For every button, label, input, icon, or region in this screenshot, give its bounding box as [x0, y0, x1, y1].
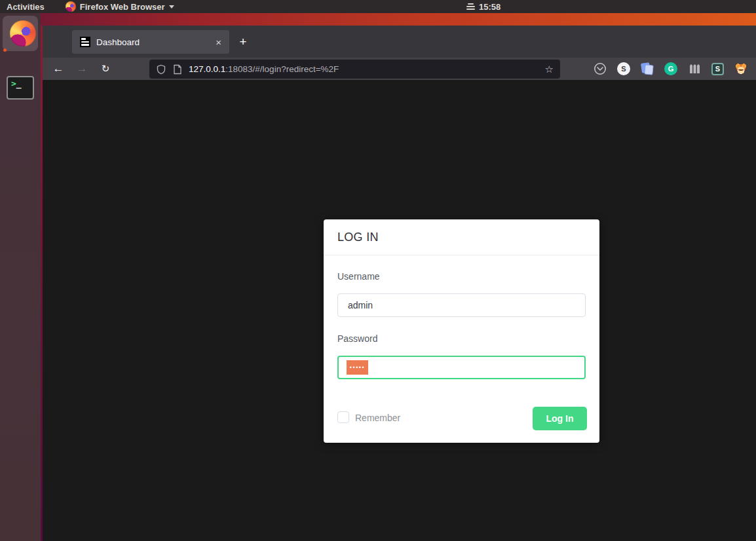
new-tab-button[interactable]: + [235, 33, 252, 50]
tab-dashboard[interactable]: Dashboard × [72, 30, 229, 54]
username-input[interactable] [337, 293, 586, 317]
s-extension-icon[interactable]: S [617, 62, 630, 75]
app-menu[interactable]: Firefox Web Browser [66, 1, 174, 12]
firefox-window: Dashboard × + ← → ↻ 127.0.0.1:18083/#/lo… [43, 26, 756, 541]
activities-button[interactable]: Activities [0, 0, 51, 13]
url-host: 127.0.0.1 [189, 64, 225, 74]
reload-button[interactable]: ↻ [96, 63, 115, 75]
back-button[interactable]: ← [48, 62, 68, 75]
password-input[interactable]: ••••• [337, 356, 586, 379]
login-title: LOG IN [337, 231, 379, 244]
url-bar[interactable]: 127.0.0.1:18083/#/login?redirect=%2F ☆ [149, 60, 560, 79]
dock-item-firefox[interactable] [3, 16, 38, 51]
forward-button: → [72, 62, 92, 75]
app-menu-label: Firefox Web Browser [80, 2, 165, 12]
firefox-icon [66, 1, 76, 12]
extensions-row: S G S [594, 58, 754, 80]
weekday-icon [466, 2, 475, 11]
url-text[interactable]: 127.0.0.1:18083/#/login?redirect=%2F [189, 64, 545, 74]
fence-extension-icon[interactable] [688, 62, 701, 75]
remember-checkbox[interactable] [337, 411, 349, 423]
login-button[interactable]: Log In [533, 407, 587, 430]
dashboard-favicon-icon [80, 37, 90, 47]
singlefile-extension-icon[interactable]: S [711, 63, 724, 75]
username-label: Username [337, 271, 380, 282]
card-header: LOG IN [324, 219, 599, 255]
tab-bar: Dashboard × + [43, 26, 756, 58]
notes-extension-icon[interactable] [641, 62, 654, 75]
page-content: LOG IN Username Password ••••• Remember … [43, 80, 756, 541]
clock[interactable]: 15:58 [466, 0, 501, 13]
grammarly-extension-icon[interactable]: G [664, 62, 677, 75]
monkey-extension-icon[interactable] [734, 62, 747, 75]
desktop-wallpaper-strip [41, 13, 756, 26]
clock-time: 15:58 [479, 2, 501, 12]
note-sheet [644, 64, 653, 75]
terminal-icon: > [11, 79, 16, 88]
page-info-icon[interactable] [173, 64, 182, 75]
tab-title: Dashboard [96, 37, 214, 47]
ubuntu-dock: >_ [0, 13, 41, 541]
remember-label: Remember [355, 413, 400, 423]
login-card: LOG IN Username Password ••••• Remember … [324, 219, 599, 443]
password-masked-selection: ••••• [347, 360, 368, 375]
pocket-extension-icon[interactable] [594, 62, 607, 75]
navigation-toolbar: ← → ↻ 127.0.0.1:18083/#/login?redirect=%… [43, 58, 756, 80]
dock-item-terminal[interactable]: >_ [7, 76, 34, 100]
tracking-shield-icon[interactable] [156, 64, 166, 75]
chevron-down-icon [169, 5, 174, 9]
bookmark-star-icon[interactable]: ☆ [545, 64, 554, 75]
firefox-icon [10, 20, 36, 47]
gnome-top-panel: Activities Firefox Web Browser 15:58 [0, 0, 756, 13]
url-path: :18083/#/login?redirect=%2F [225, 64, 339, 74]
password-label: Password [337, 333, 377, 344]
running-indicator-dot [3, 48, 7, 52]
tab-close-icon[interactable]: × [214, 37, 223, 48]
